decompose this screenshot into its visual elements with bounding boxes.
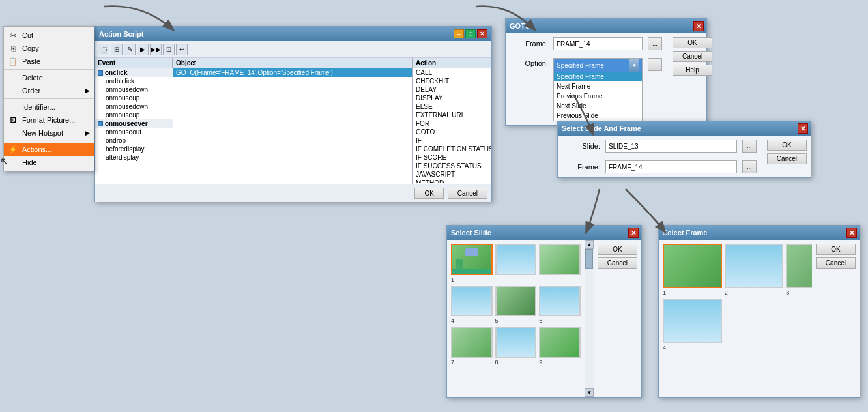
menu-item-identifier[interactable]: Identifier... xyxy=(4,100,94,113)
close-button[interactable]: ✕ xyxy=(477,29,487,38)
slide-thumb-8[interactable] xyxy=(495,327,537,358)
action-if-completion[interactable]: IF COMPLETION STATUS xyxy=(413,145,491,153)
action-if-score[interactable]: IF SCORE xyxy=(413,153,491,162)
toolbar-icon-7[interactable]: ↩ xyxy=(176,44,188,55)
menu-item-delete[interactable]: Delete xyxy=(4,71,94,84)
event-row-ondrop[interactable]: ondrop xyxy=(95,136,173,145)
event-row-onmouseover[interactable]: onmouseover xyxy=(95,119,173,128)
menu-item-copy[interactable]: ⎘ Copy xyxy=(4,42,94,55)
select-frame-cancel-button[interactable]: Cancel xyxy=(816,258,856,269)
goto-frame-input[interactable] xyxy=(553,37,643,50)
event-row-ondblclick[interactable]: ondblclick xyxy=(95,77,173,85)
goto-ok-button[interactable]: OK xyxy=(673,37,712,48)
action-call[interactable]: CALL xyxy=(413,68,491,77)
action-javascript[interactable]: JAVASCRIPT xyxy=(413,170,491,179)
action-method[interactable]: METHOD xyxy=(413,179,491,183)
toolbar-icon-2[interactable]: ⊞ xyxy=(111,44,123,55)
event-row-afterdisplay[interactable]: afterdisplay xyxy=(95,153,173,162)
frame-btn[interactable]: ... xyxy=(742,160,757,173)
action-column: Action CALL CHECKHIT DELAY DISPLAY ELSE … xyxy=(413,58,491,184)
slide-input[interactable] xyxy=(605,140,737,153)
action-if[interactable]: IF xyxy=(413,136,491,145)
slide-frame-cancel-button[interactable]: Cancel xyxy=(767,153,807,164)
frame-input[interactable] xyxy=(605,160,737,173)
select-frame-ok-button[interactable]: OK xyxy=(816,244,856,255)
frame-thumb-4[interactable] xyxy=(663,299,722,343)
event-row-beforedisplay[interactable]: beforedisplay xyxy=(95,145,173,153)
thumb-inner-2 xyxy=(497,245,536,274)
option-next-frame[interactable]: Next Frame xyxy=(554,81,642,91)
slide-thumb-7[interactable] xyxy=(451,327,493,358)
toolbar-icon-5[interactable]: ▶▶ xyxy=(150,44,162,55)
slide-thumb-2[interactable] xyxy=(495,244,537,275)
toolbar-icon-4[interactable]: ▶ xyxy=(137,44,149,55)
frame-thumb-inner-3 xyxy=(787,245,812,287)
goto-help-button[interactable]: Help xyxy=(673,65,712,76)
dropdown-arrow[interactable]: ▼ xyxy=(629,59,639,72)
event-row-onclick[interactable]: onclick xyxy=(95,68,173,77)
maximize-button[interactable]: □ xyxy=(465,29,476,38)
slide-thumb-1[interactable] xyxy=(451,244,493,275)
event-row-onmouseout[interactable]: onmouseout xyxy=(95,128,173,136)
option-specified-frame[interactable]: Specified Frame xyxy=(554,72,642,81)
action-else[interactable]: ELSE xyxy=(413,102,491,111)
slide-btn[interactable]: ... xyxy=(742,140,757,153)
slide-frame-close[interactable]: ✕ xyxy=(798,123,808,134)
slide-thumb-6[interactable] xyxy=(539,286,581,317)
slide-frame-ok-button[interactable]: OK xyxy=(767,140,807,151)
scroll-track xyxy=(585,249,594,388)
option-previous-slide[interactable]: Previous Slide xyxy=(554,111,642,121)
select-slide-close[interactable]: ✕ xyxy=(628,228,639,238)
action-delay[interactable]: DELAY xyxy=(413,85,491,94)
action-ok-button[interactable]: OK xyxy=(414,188,443,199)
menu-item-new-hotspot[interactable]: New Hotspot ▶ xyxy=(4,126,94,140)
goto-cancel-button[interactable]: Cancel xyxy=(673,51,712,62)
goto-dropdown[interactable]: Specified Frame ▼ Specified Frame Next F… xyxy=(553,58,643,121)
event-row-onmouseup2[interactable]: onmouseup xyxy=(95,111,173,119)
goto-frame-btn[interactable]: ... xyxy=(648,37,662,50)
action-checkhit[interactable]: CHECKHIT xyxy=(413,77,491,85)
goto-option-btn[interactable]: ... xyxy=(648,58,662,71)
action-for[interactable]: FOR xyxy=(413,119,491,128)
toolbar-icon-6[interactable]: ⊡ xyxy=(163,44,175,55)
action-external-url[interactable]: EXTERNAL URL xyxy=(413,111,491,119)
frame-thumb-1[interactable] xyxy=(663,244,722,288)
action-cancel-button[interactable]: Cancel xyxy=(448,188,487,199)
goto-dropdown-container: Specified Frame ▼ Specified Frame Next F… xyxy=(553,58,643,121)
toolbar-icon-3[interactable]: ✎ xyxy=(124,44,136,55)
option-next-slide[interactable]: Next Slide xyxy=(554,101,642,111)
action-display[interactable]: DISPLAY xyxy=(413,94,491,102)
slide-thumb-9[interactable] xyxy=(539,327,581,358)
menu-item-cut[interactable]: ✂ Cut xyxy=(4,29,94,42)
object-row-selected[interactable]: GOTO(Frame='FRAME_14',Option='Specified … xyxy=(173,68,412,77)
minimize-button[interactable]: ─ xyxy=(454,29,464,38)
goto-frame-row: Frame: ... xyxy=(506,33,669,54)
menu-item-hide[interactable]: Hide xyxy=(4,156,94,169)
event-row-onmousedown2[interactable]: onmousedown xyxy=(95,102,173,111)
action-goto[interactable]: GOTO xyxy=(413,128,491,136)
action-if-success[interactable]: IF SUCCESS STATUS xyxy=(413,162,491,170)
goto-close[interactable]: ✕ xyxy=(693,21,704,31)
event-row-onmousedown1[interactable]: onmousedown xyxy=(95,85,173,94)
scroll-thumb[interactable] xyxy=(585,249,593,269)
slide-thumb-5[interactable] xyxy=(495,286,537,317)
menu-item-format-picture[interactable]: 🖼 Format Picture... xyxy=(4,113,94,126)
option-previous-frame[interactable]: Previous Frame xyxy=(554,91,642,101)
menu-item-actions[interactable]: ⚡ Actions... xyxy=(4,143,94,156)
menu-item-order[interactable]: Order ▶ xyxy=(4,84,94,97)
select-frame-close[interactable]: ✕ xyxy=(846,228,857,238)
toolbar-icon-1[interactable]: ⬚ xyxy=(98,44,109,55)
slide-thumb-3[interactable] xyxy=(539,244,581,275)
dropdown-header[interactable]: Specified Frame ▼ xyxy=(554,59,642,72)
frame-thumb-2[interactable] xyxy=(725,244,784,288)
menu-item-paste[interactable]: 📋 Paste xyxy=(4,55,94,68)
slide-thumb-4[interactable] xyxy=(451,286,493,317)
select-slide-cancel-button[interactable]: Cancel xyxy=(598,258,637,269)
scroll-up-arrow[interactable]: ▲ xyxy=(585,240,594,249)
select-slide-ok-button[interactable]: OK xyxy=(598,244,637,255)
event-row-onmouseup1[interactable]: onmouseup xyxy=(95,94,173,102)
scroll-down-arrow[interactable]: ▼ xyxy=(585,388,594,397)
slide-frame-buttons: OK Cancel xyxy=(763,136,811,177)
hotspot-arrow: ▶ xyxy=(85,130,90,136)
frame-thumb-3[interactable] xyxy=(786,244,812,288)
